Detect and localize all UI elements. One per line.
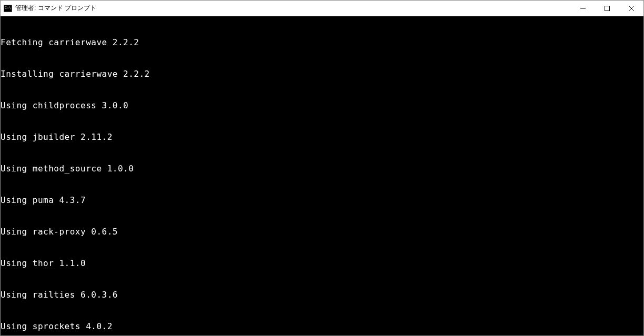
close-icon	[629, 6, 634, 11]
output-line: Installing carrierwave 2.2.2	[1, 69, 643, 79]
titlebar: C:\ 管理者: コマンド プロンプト	[1, 1, 643, 16]
window-controls	[571, 1, 643, 16]
maximize-button[interactable]	[595, 1, 619, 16]
command-prompt-window: C:\ 管理者: コマンド プロンプト Fetching carrierwave…	[0, 0, 644, 336]
output-line: Using thor 1.1.0	[1, 258, 643, 269]
svg-rect-1	[605, 6, 610, 11]
output-line: Using sprockets 4.0.2	[1, 321, 643, 332]
minimize-icon	[580, 6, 586, 11]
output-line: Using puma 4.3.7	[1, 195, 643, 206]
output-line: Using method_source 1.0.0	[1, 164, 643, 174]
terminal-output[interactable]: Fetching carrierwave 2.2.2 Installing ca…	[1, 16, 643, 335]
output-line: Fetching carrierwave 2.2.2	[1, 37, 643, 48]
window-title: 管理者: コマンド プロンプト	[15, 4, 96, 13]
output-line: Using railties 6.0.3.6	[1, 290, 643, 300]
output-line: Using rack-proxy 0.6.5	[1, 227, 643, 237]
cmd-icon: C:\	[4, 5, 12, 12]
close-button[interactable]	[619, 1, 643, 16]
titlebar-left: C:\ 管理者: コマンド プロンプト	[1, 4, 96, 13]
minimize-button[interactable]	[571, 1, 595, 16]
output-line: Using jbuilder 2.11.2	[1, 132, 643, 142]
output-line: Using childprocess 3.0.0	[1, 100, 643, 111]
maximize-icon	[605, 6, 610, 11]
